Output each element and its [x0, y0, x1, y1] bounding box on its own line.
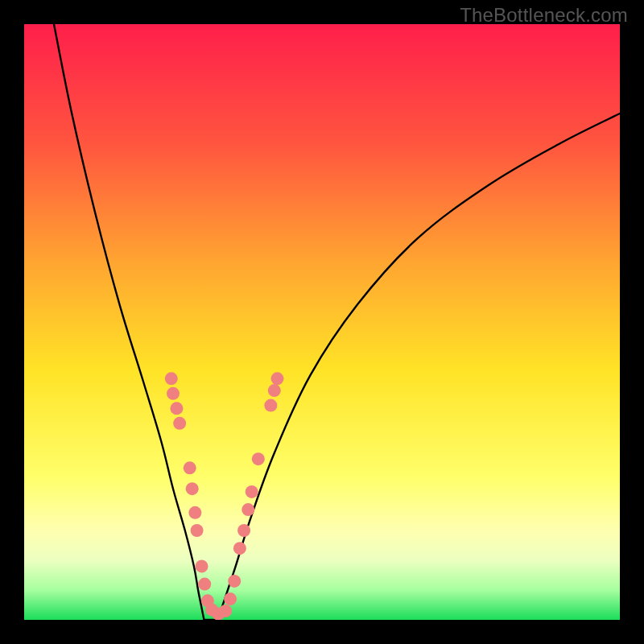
- highlight-point: [186, 482, 199, 495]
- chart-frame: TheBottleneck.com: [0, 0, 644, 644]
- curves-layer: [24, 24, 620, 620]
- highlight-point: [198, 578, 211, 591]
- highlight-point: [264, 399, 277, 412]
- plot-area: [24, 24, 620, 620]
- highlight-point: [184, 461, 196, 474]
- highlight-point: [268, 384, 281, 397]
- highlight-point: [252, 452, 265, 465]
- highlight-point: [242, 503, 254, 516]
- highlight-point: [188, 506, 201, 519]
- highlight-point: [165, 372, 178, 385]
- watermark-label: TheBottleneck.com: [460, 4, 628, 27]
- highlight-point: [170, 402, 183, 415]
- highlight-point: [224, 592, 237, 605]
- highlight-point: [228, 575, 241, 588]
- highlight-point: [233, 542, 246, 555]
- highlight-point: [271, 372, 284, 385]
- highlight-point: [167, 387, 180, 400]
- highlight-point: [173, 417, 186, 430]
- highlight-point: [237, 524, 250, 537]
- highlight-point: [191, 524, 204, 537]
- highlight-point: [196, 559, 208, 572]
- highlight-point: [219, 605, 232, 617]
- highlight-point: [246, 485, 258, 498]
- curve-left-branch: [54, 24, 204, 620]
- curve-right-branch: [218, 114, 621, 620]
